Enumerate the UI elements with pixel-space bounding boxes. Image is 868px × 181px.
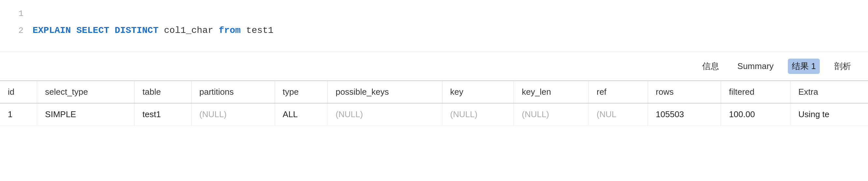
line-content-2: EXPLAIN SELECT DISTINCT col1_char from t… <box>33 22 273 39</box>
cell-possible-keys: (NULL) <box>328 103 442 126</box>
cell-extra: Using te <box>790 103 868 126</box>
col-header-key-len: key_len <box>514 81 589 103</box>
editor-line-2: 2 EXPLAIN SELECT DISTINCT col1_char from… <box>8 22 860 39</box>
col-header-possible-keys: possible_keys <box>328 81 442 103</box>
col-header-key: key <box>442 81 514 103</box>
col-header-table: table <box>134 81 192 103</box>
cell-partitions: (NULL) <box>191 103 275 126</box>
table-header-row: id select_type table partitions type pos… <box>0 81 868 103</box>
line-number-2: 2 <box>8 22 24 39</box>
col-header-rows: rows <box>648 81 721 103</box>
result-toolbar: 信息 Summary 结果 1 剖析 <box>0 52 868 80</box>
col-header-ref: ref <box>588 81 648 103</box>
col-header-select-type: select_type <box>37 81 134 103</box>
cell-type: ALL <box>275 103 328 126</box>
cell-key: (NULL) <box>442 103 514 126</box>
result-table-wrapper: id select_type table partitions type pos… <box>0 80 868 126</box>
line-content-1 <box>33 5 38 22</box>
keyword-from: from <box>219 25 241 35</box>
col-header-filtered: filtered <box>721 81 790 103</box>
result1-tab[interactable]: 结果 1 <box>788 59 820 74</box>
cell-ref: (NUL <box>588 103 648 126</box>
editor-line-1: 1 <box>8 5 860 22</box>
col-header-id: id <box>0 81 37 103</box>
line-number-1: 1 <box>8 5 24 22</box>
profile-tab[interactable]: 剖析 <box>830 59 855 74</box>
result-table: id select_type table partitions type pos… <box>0 81 868 126</box>
col-header-partitions: partitions <box>191 81 275 103</box>
info-tab[interactable]: 信息 <box>698 59 723 74</box>
cell-key-len: (NULL) <box>514 103 589 126</box>
cell-select-type: SIMPLE <box>37 103 134 126</box>
editor-panel: 1 2 EXPLAIN SELECT DISTINCT col1_char fr… <box>0 0 868 52</box>
col-header-type: type <box>275 81 328 103</box>
col-header-extra: Extra <box>790 81 868 103</box>
cell-rows: 105503 <box>648 103 721 126</box>
keyword-explain: EXPLAIN SELECT DISTINCT <box>33 25 158 35</box>
cell-filtered: 100.00 <box>721 103 790 126</box>
summary-tab[interactable]: Summary <box>734 59 777 73</box>
table-row: 1 SIMPLE test1 (NULL) ALL (NULL) (NULL) … <box>0 103 868 126</box>
cell-table: test1 <box>134 103 192 126</box>
col-name: col1_char <box>164 25 219 35</box>
table-name: test1 <box>246 25 273 35</box>
cell-id: 1 <box>0 103 37 126</box>
